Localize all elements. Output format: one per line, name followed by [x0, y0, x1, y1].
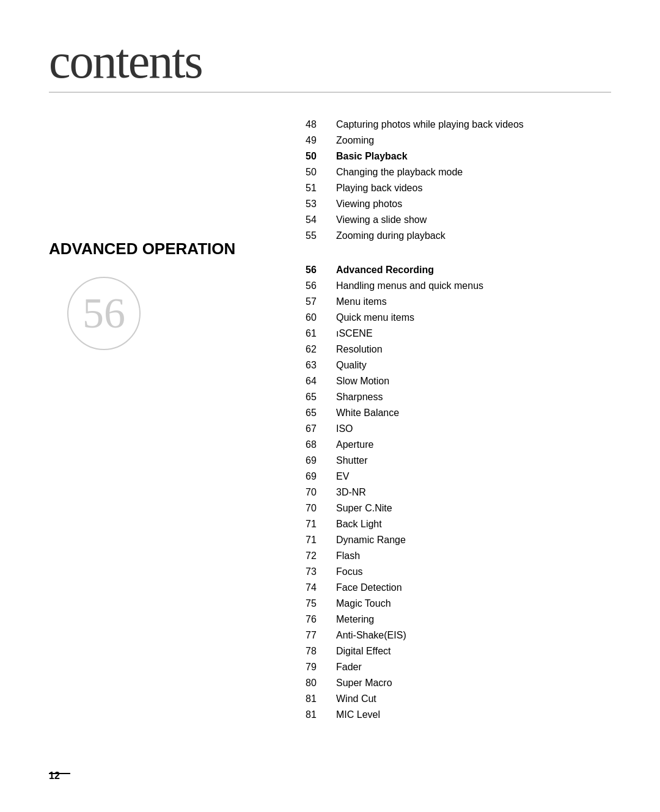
toc-entry-71b: 71 Dynamic Range: [306, 533, 611, 547]
toc-entry-70b: 70 Super C.Nite: [306, 501, 611, 516]
toc-page: 50: [306, 149, 336, 164]
toc-page: 50: [306, 165, 336, 180]
toc-label: Focus: [336, 565, 611, 579]
toc-entry-50: 50 Changing the playback mode: [306, 165, 611, 180]
toc-label: Resolution: [336, 342, 611, 357]
toc-entry-67: 67 ISO: [306, 422, 611, 436]
toc-page: 74: [306, 580, 336, 595]
toc-label: Anti-Shake(EIS): [336, 628, 611, 643]
toc-label: Shutter: [336, 453, 611, 468]
toc-page: 67: [306, 422, 336, 436]
toc-label: EV: [336, 469, 611, 484]
toc-entry-73: 73 Focus: [306, 565, 611, 579]
toc-label: White Balance: [336, 406, 611, 420]
toc-page: 81: [306, 708, 336, 722]
toc-entry-68: 68 Aperture: [306, 437, 611, 452]
toc-label: Changing the playback mode: [336, 165, 611, 180]
toc-page: 81: [306, 692, 336, 706]
toc-entry-60: 60 Quick menu items: [306, 310, 611, 325]
toc-page: 68: [306, 437, 336, 452]
toc-page: 70: [306, 501, 336, 516]
toc-label: ıSCENE: [336, 326, 611, 341]
toc-page: 75: [306, 596, 336, 611]
toc-entry-77: 77 Anti-Shake(EIS): [306, 628, 611, 643]
toc-entry-57: 57 Menu items: [306, 294, 611, 309]
toc-label: Playing back videos: [336, 181, 611, 196]
toc-entry-56: 56 Handling menus and quick menus: [306, 279, 611, 293]
page-title: contents: [49, 37, 611, 86]
toc-label: Zooming: [336, 133, 611, 148]
toc-label: Quality: [336, 358, 611, 373]
left-column: ADVANCED OPERATION 56: [49, 117, 281, 723]
toc-label: Sharpness: [336, 390, 611, 404]
toc-label: Super Macro: [336, 676, 611, 690]
toc-label: Back Light: [336, 517, 611, 532]
toc-label: Super C.Nite: [336, 501, 611, 516]
toc-page: 69: [306, 453, 336, 468]
toc-label: Flash: [336, 549, 611, 563]
advanced-operation-title: ADVANCED OPERATION: [49, 240, 281, 258]
toc-page: 77: [306, 628, 336, 643]
toc-entry-74: 74 Face Detection: [306, 580, 611, 595]
toc-label: Digital Effect: [336, 644, 611, 659]
toc-page: 60: [306, 310, 336, 325]
toc-entry-80: 80 Super Macro: [306, 676, 611, 690]
toc-page: 49: [306, 133, 336, 148]
toc-page: 69: [306, 469, 336, 484]
toc-label: Aperture: [336, 437, 611, 452]
toc-entry-69b: 69 EV: [306, 469, 611, 484]
toc-entry-50-header: 50 Basic Playback: [306, 149, 611, 164]
toc-page: 51: [306, 181, 336, 196]
toc-label: MIC Level: [336, 708, 611, 722]
toc-entry-48: 48 Capturing photos while playing back v…: [306, 117, 611, 132]
main-content: ADVANCED OPERATION 56 48 Capturing photo…: [49, 117, 611, 723]
toc-label: ISO: [336, 422, 611, 436]
toc-page: 62: [306, 342, 336, 357]
toc-label: Advanced Recording: [336, 263, 611, 277]
toc-entry-81b: 81 MIC Level: [306, 708, 611, 722]
toc-entry-51: 51 Playing back videos: [306, 181, 611, 196]
header-section: contents: [49, 37, 611, 93]
toc-page: 71: [306, 533, 336, 547]
toc-page: 79: [306, 660, 336, 675]
toc-label: Basic Playback: [336, 149, 611, 164]
right-column: 48 Capturing photos while playing back v…: [281, 117, 611, 723]
toc-entry-65b: 65 White Balance: [306, 406, 611, 420]
toc-label: Menu items: [336, 294, 611, 309]
toc-page: 56: [306, 263, 336, 277]
toc-page: 55: [306, 229, 336, 243]
toc-page: 54: [306, 213, 336, 227]
toc-page: 78: [306, 644, 336, 659]
advanced-toc-group: 56 Handling menus and quick menus 57 Men…: [306, 279, 611, 722]
toc-page: 70: [306, 485, 336, 500]
toc-entry-70a: 70 3D-NR: [306, 485, 611, 500]
toc-entry-69a: 69 Shutter: [306, 453, 611, 468]
toc-entry-76: 76 Metering: [306, 612, 611, 627]
toc-entry-63: 63 Quality: [306, 358, 611, 373]
toc-label: Fader: [336, 660, 611, 675]
toc-page: 63: [306, 358, 336, 373]
toc-page: 61: [306, 326, 336, 341]
toc-page: 73: [306, 565, 336, 579]
toc-label: Wind Cut: [336, 692, 611, 706]
toc-entry-64: 64 Slow Motion: [306, 374, 611, 389]
page-footer: 12: [49, 770, 60, 781]
toc-entry-49: 49 Zooming: [306, 133, 611, 148]
toc-page: 56: [306, 279, 336, 293]
toc-entry-53: 53 Viewing photos: [306, 197, 611, 211]
toc-page: 48: [306, 117, 336, 132]
toc-page: 64: [306, 374, 336, 389]
toc-page: 71: [306, 517, 336, 532]
toc-label: Metering: [336, 612, 611, 627]
toc-page: 72: [306, 549, 336, 563]
toc-label: Slow Motion: [336, 374, 611, 389]
toc-entry-61: 61 ıSCENE: [306, 326, 611, 341]
toc-entry-72: 72 Flash: [306, 549, 611, 563]
toc-entry-55: 55 Zooming during playback: [306, 229, 611, 243]
toc-entry-56-header: 56 Advanced Recording: [306, 263, 611, 277]
toc-page: 80: [306, 676, 336, 690]
toc-label: Quick menu items: [336, 310, 611, 325]
toc-page: 76: [306, 612, 336, 627]
toc-label: Handling menus and quick menus: [336, 279, 611, 293]
toc-label: Capturing photos while playing back vide…: [336, 117, 611, 132]
